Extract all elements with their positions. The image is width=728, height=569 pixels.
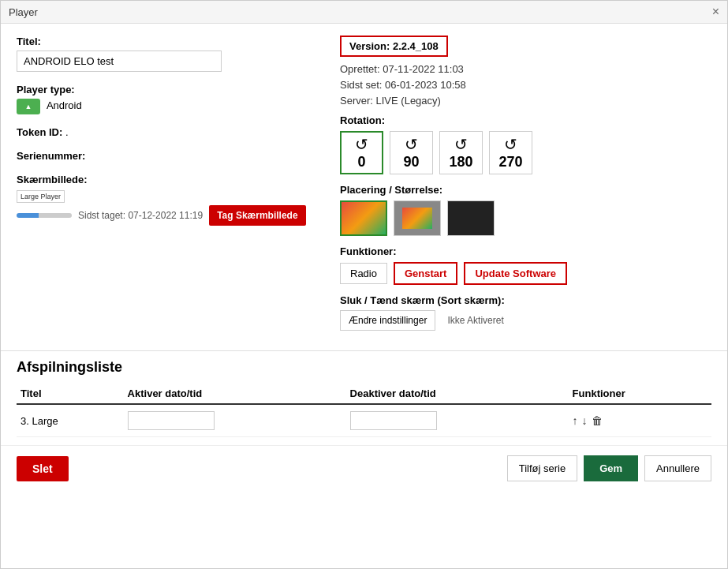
placement-medium-img xyxy=(402,208,432,230)
server-value: LIVE (Legacy) xyxy=(376,95,441,107)
rotation-180-value: 180 xyxy=(449,154,472,170)
screenshot-slider[interactable] xyxy=(17,213,72,218)
right-panel: Version: 2.2.4_108 Oprettet: 07-11-2022 … xyxy=(340,36,711,339)
serial-label: Serienummer: xyxy=(17,150,316,162)
funktioner-label: Funktioner: xyxy=(340,245,711,257)
oprettet-value: 07-11-2022 11:03 xyxy=(383,63,464,75)
placement-label: Placering / Størrelse: xyxy=(340,184,711,196)
aktiver-date-input[interactable] xyxy=(128,411,215,430)
titel-row: Titel: xyxy=(17,36,316,72)
row-titel: 3. Large xyxy=(17,404,124,437)
rotation-90[interactable]: ↺ 90 xyxy=(390,131,433,174)
sluk-row: Ændre indstillinger Ikke Aktiveret xyxy=(340,310,711,331)
placement-large-img xyxy=(342,202,386,234)
placement-small-img xyxy=(448,201,494,235)
playlist-table-head: Titel Aktiver dato/tid Deaktiver dato/ti… xyxy=(17,384,711,404)
rotation-270-value: 270 xyxy=(498,154,522,170)
server-label: Server: xyxy=(340,95,373,107)
annullere-button[interactable]: Annullere xyxy=(644,455,711,481)
row-actions: ↑ ↓ 🗑 xyxy=(569,404,711,437)
functions-row: Radio Genstart Update Software xyxy=(340,262,711,285)
rotation-label: Rotation: xyxy=(340,114,711,126)
playlist-title: Afspilningsliste xyxy=(17,359,711,376)
dialog-body: Titel: Player type: ▲ Android Token ID: … xyxy=(1,24,727,350)
table-row: 3. Large ↑ ↓ 🗑 xyxy=(17,404,711,437)
version-box: Version: 2.2.4_108 xyxy=(340,36,448,57)
rotation-180-arrow: ↺ xyxy=(454,135,468,154)
version-value: 2.2.4_108 xyxy=(393,40,439,52)
sluk-label: Sluk / Tænd skærm (Sort skærm): xyxy=(340,294,711,306)
rotation-90-value: 90 xyxy=(403,154,419,170)
move-up-button[interactable]: ↑ xyxy=(573,414,578,427)
last-taken-label: Sidst taget: 07-12-2022 11:19 xyxy=(78,210,203,221)
placement-medium[interactable] xyxy=(394,200,441,236)
token-row: Token ID: . xyxy=(17,126,316,138)
tilfoj-button[interactable]: Tilføj serie xyxy=(507,455,577,481)
serial-row: Serienummer: xyxy=(17,150,316,162)
android-icon: ▲ xyxy=(17,99,40,114)
playlist-table: Titel Aktiver dato/tid Deaktiver dato/ti… xyxy=(17,384,711,437)
row-aktiver xyxy=(124,404,346,437)
version-box-wrapper: Version: 2.2.4_108 xyxy=(340,36,711,63)
playlist-section: Afspilningsliste Titel Aktiver dato/tid … xyxy=(1,350,727,445)
placement-row xyxy=(340,200,711,236)
slet-button[interactable]: Slet xyxy=(17,456,69,481)
placement-large[interactable] xyxy=(340,200,387,236)
screenshot-slider-row: Sidst taget: 07-12-2022 11:19 Tag Skærmb… xyxy=(17,205,316,226)
col-aktiver: Aktiver dato/tid xyxy=(124,384,346,404)
rotation-0-arrow: ↺ xyxy=(355,135,368,154)
rotation-180[interactable]: ↺ 180 xyxy=(439,131,483,174)
row-deaktiver xyxy=(346,404,569,437)
radio-button[interactable]: Radio xyxy=(340,263,387,284)
token-label: Token ID: xyxy=(17,126,62,138)
server-row: Server: LIVE (Legacy) xyxy=(340,95,711,107)
footer-right: Tilføj serie Gem Annullere xyxy=(507,455,711,481)
rotation-270[interactable]: ↺ 270 xyxy=(489,131,532,174)
player-dialog: Player × Titel: Player type: ▲ Android T… xyxy=(0,0,728,569)
placement-small[interactable] xyxy=(447,200,495,236)
player-type-row: Player type: ▲ Android xyxy=(17,84,316,114)
oprettet-label: Oprettet: xyxy=(340,63,380,75)
rotation-row: ↺ 0 ↺ 90 ↺ 180 ↺ 270 xyxy=(340,131,711,174)
action-icons: ↑ ↓ 🗑 xyxy=(573,414,707,427)
screenshot-label: Skærmbillede: xyxy=(17,174,316,185)
sidst-set-value: 06-01-2023 10:58 xyxy=(385,79,466,91)
aendre-button[interactable]: Ændre indstillinger xyxy=(340,310,435,331)
col-funktioner: Funktioner xyxy=(569,384,711,404)
deaktiver-date-input[interactable] xyxy=(350,411,437,430)
col-deaktiver: Deaktiver dato/tid xyxy=(346,384,569,404)
sidst-set-row: Sidst set: 06-01-2023 10:58 xyxy=(340,79,711,91)
sidst-set-label: Sidst set: xyxy=(340,79,382,91)
titel-label: Titel: xyxy=(17,36,316,47)
close-button[interactable]: × xyxy=(712,6,719,18)
dialog-title: Player xyxy=(9,6,38,18)
rotation-270-arrow: ↺ xyxy=(504,135,517,154)
playlist-header-row: Titel Aktiver dato/tid Deaktiver dato/ti… xyxy=(17,384,711,404)
dialog-footer: Slet Tilføj serie Gem Annullere xyxy=(1,445,727,491)
col-titel: Titel xyxy=(17,384,124,404)
oprettet-row: Oprettet: 07-11-2022 11:03 xyxy=(340,63,711,75)
left-panel: Titel: Player type: ▲ Android Token ID: … xyxy=(17,36,316,339)
update-software-button[interactable]: Update Software xyxy=(464,262,567,285)
player-type-text: Android xyxy=(47,99,82,111)
rotation-90-arrow: ↺ xyxy=(405,135,418,154)
player-type-label: Player type: xyxy=(17,84,316,95)
token-value: . xyxy=(65,126,69,138)
sluk-section: Sluk / Tænd skærm (Sort skærm): Ændre in… xyxy=(340,294,711,331)
version-label: Version: xyxy=(349,40,390,52)
dialog-header: Player × xyxy=(1,1,727,24)
delete-row-button[interactable]: 🗑 xyxy=(592,414,603,427)
playlist-table-body: 3. Large ↑ ↓ 🗑 xyxy=(17,404,711,437)
tag-screenshot-button[interactable]: Tag Skærmbillede xyxy=(209,205,305,226)
titel-input[interactable] xyxy=(17,51,222,72)
move-down-button[interactable]: ↓ xyxy=(582,414,588,427)
player-type-value: ▲ Android xyxy=(17,99,316,114)
screenshot-row: Skærmbillede: Large Player Sidst taget: … xyxy=(17,174,316,226)
rotation-0-value: 0 xyxy=(357,154,365,170)
gem-button[interactable]: Gem xyxy=(584,455,638,481)
screenshot-thumb: Large Player xyxy=(17,190,65,203)
ikke-aktiveret-text: Ikke Aktiveret xyxy=(447,315,503,326)
genstart-button[interactable]: Genstart xyxy=(394,262,457,285)
rotation-0[interactable]: ↺ 0 xyxy=(340,131,383,174)
